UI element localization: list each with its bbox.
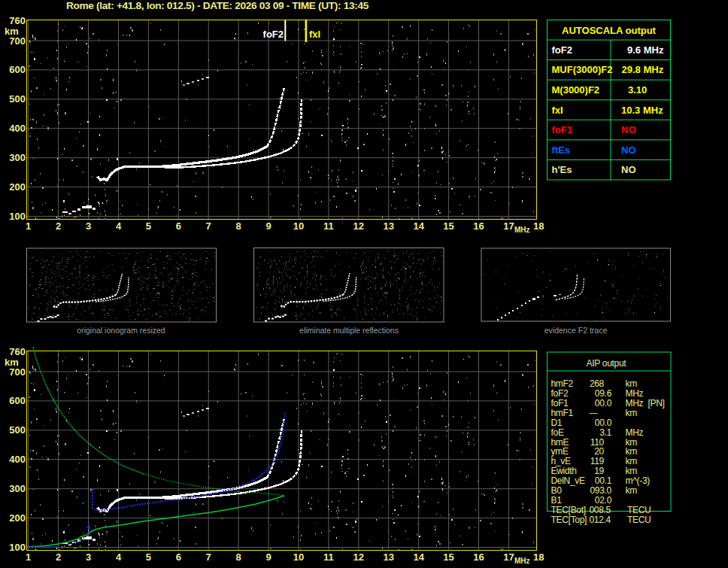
svg-text:NO: NO [621,124,636,135]
svg-text:B1: B1 [551,495,563,506]
svg-text:3.10: 3.10 [628,84,647,96]
svg-text:km: km [626,446,638,457]
svg-text:fxI: fxI [552,105,563,116]
svg-text:NO: NO [621,144,636,156]
svg-text:km: km [626,485,638,496]
svg-text:02.0: 02.0 [595,495,612,506]
svg-text:B0: B0 [551,485,563,496]
svg-text:m^(-3): m^(-3) [626,475,651,486]
svg-text:---: --- [589,408,597,418]
svg-text:evidence F2 trace: evidence F2 trace [544,326,608,335]
svg-text:TEC[Bot]: TEC[Bot] [551,505,586,515]
svg-text:NO: NO [621,164,636,175]
svg-text:09.6: 09.6 [595,388,612,399]
svg-text:foE: foE [551,427,564,438]
svg-text:hmF1: hmF1 [551,408,574,418]
svg-text:20: 20 [594,446,604,457]
svg-text:h_vE: h_vE [551,456,571,466]
svg-text:TECU: TECU [627,515,651,525]
svg-text:ftEs: ftEs [552,144,571,156]
svg-text:MUF(3000)F2: MUF(3000)F2 [552,64,613,75]
svg-text:110: 110 [590,437,605,448]
svg-text:fxI: fxI [309,29,320,40]
svg-text:foF1: foF1 [552,124,572,135]
svg-text:00.1: 00.1 [595,475,612,486]
svg-text:Rome (lat: +41.8, lon: 012.5): Rome (lat: +41.8, lon: 012.5) - DATE: 20… [66,1,369,11]
svg-text:foF2: foF2 [552,44,572,56]
svg-text:D1: D1 [551,418,563,428]
svg-text:119: 119 [590,456,605,466]
svg-text:3.1: 3.1 [599,427,611,438]
svg-text:foF1: foF1 [551,398,569,409]
svg-text:km: km [626,378,638,389]
svg-text:AUTOSCALA output: AUTOSCALA output [562,25,657,36]
svg-text:012.4: 012.4 [589,515,611,525]
svg-text:M(3000)F2: M(3000)F2 [552,84,600,96]
svg-text:9.6 MHz: 9.6 MHz [627,44,664,56]
svg-text:foF2: foF2 [551,388,569,399]
svg-text:008.5: 008.5 [589,505,611,515]
svg-text:MHz: MHz [626,388,644,399]
svg-text:hmF2: hmF2 [551,378,574,389]
svg-text:MHz: MHz [626,427,644,438]
svg-text:TECU: TECU [627,505,651,515]
svg-text:km: km [626,456,638,466]
svg-text:29.8 MHz: 29.8 MHz [622,64,664,75]
svg-text:eliminate multiple reflections: eliminate multiple reflections [299,326,399,335]
svg-text:hmE: hmE [551,437,569,448]
svg-text:19: 19 [594,466,604,476]
svg-text:DelN_vE: DelN_vE [551,475,586,486]
svg-text:MHz: MHz [626,398,644,409]
svg-text:foF2: foF2 [263,29,284,40]
svg-text:km: km [626,437,638,448]
svg-text:[PN]: [PN] [648,398,665,409]
svg-text:268: 268 [590,378,605,389]
svg-text:10.3 MHz: 10.3 MHz [621,105,663,116]
svg-text:h'Es: h'Es [552,164,572,175]
svg-text:00.0: 00.0 [595,398,612,409]
svg-text:00.0: 00.0 [595,418,612,428]
svg-text:ymE: ymE [551,446,569,457]
svg-text:TEC[Top]: TEC[Top] [551,515,587,525]
svg-text:093.0: 093.0 [590,485,611,496]
svg-text:Ewidth: Ewidth [551,466,577,476]
svg-text:km: km [626,408,638,418]
svg-text:AIP output: AIP output [587,358,627,369]
svg-text:original ionogram resized: original ionogram resized [77,326,165,335]
svg-text:km: km [626,466,638,476]
